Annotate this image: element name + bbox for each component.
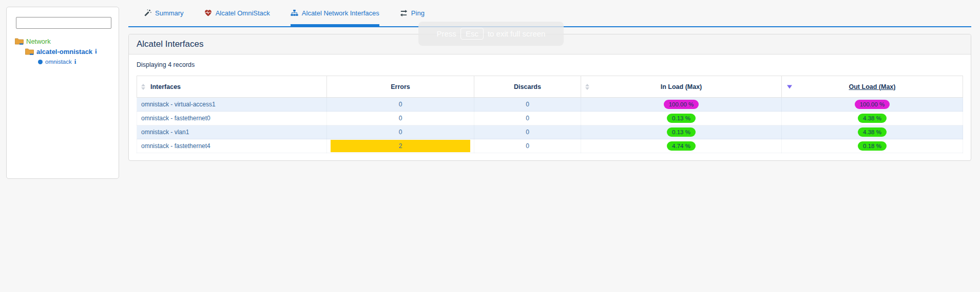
column-label: Interfaces <box>150 83 181 90</box>
discards-cell: 0 <box>474 139 581 153</box>
table-header-row: Interfaces Errors Discards In Load (Max) <box>137 76 963 98</box>
out-load-cell: 4.38 % <box>782 112 963 125</box>
column-header-out-load[interactable]: Out Load (Max) <box>782 76 963 98</box>
tree-item-omnistack[interactable]: omnistack i <box>7 57 119 67</box>
sitemap-icon <box>291 9 298 17</box>
errors-value: 0 <box>399 101 402 108</box>
tree-item-label[interactable]: omnistack <box>45 59 72 65</box>
folder-icon <box>25 48 34 55</box>
errors-cell: 2 <box>327 139 474 153</box>
table-row: omnistack - virtual-access1 0 0 100.00 %… <box>137 98 963 112</box>
alcatel-interfaces-card: Alcatel Interfaces Displaying 4 records … <box>128 34 971 161</box>
in-load-badge: 0.13 % <box>667 114 696 123</box>
column-label: Discards <box>514 83 541 90</box>
in-load-cell: 0.13 % <box>581 125 782 139</box>
out-load-badge: 4.38 % <box>858 114 887 123</box>
errors-cell: 0 <box>327 112 474 125</box>
in-load-cell: 100.00 % <box>581 98 782 112</box>
tab-label: Summary <box>155 9 184 17</box>
table-row: omnistack - vlan1 0 0 0.13 % 4.38 % <box>137 125 963 139</box>
discards-cell: 0 <box>474 112 581 125</box>
interfaces-table: Interfaces Errors Discards In Load (Max) <box>137 76 963 153</box>
folder-icon <box>15 38 24 45</box>
column-label: In Load (Max) <box>661 83 702 90</box>
in-load-cell: 0.13 % <box>581 112 782 125</box>
tab-label: Alcatel OmniStack <box>216 9 270 17</box>
sort-descending-icon[interactable] <box>787 85 792 88</box>
errors-value: 2 <box>331 140 470 152</box>
out-load-badge: 100.00 % <box>855 100 890 109</box>
in-load-badge: 0.13 % <box>667 127 696 137</box>
device-bullet-icon <box>38 60 43 64</box>
column-header-errors[interactable]: Errors <box>327 76 474 98</box>
tab-alcatel-network-interfaces[interactable]: Alcatel Network Interfaces <box>291 0 379 26</box>
record-count-text: Displaying 4 records <box>137 61 963 68</box>
tree-item-label[interactable]: Network <box>26 38 51 45</box>
column-header-in-load[interactable]: In Load (Max) <box>581 76 782 98</box>
tree-search-input[interactable] <box>16 17 111 29</box>
interface-cell: omnistack - fastethernet0 <box>137 112 327 125</box>
tree-item-label[interactable]: alcatel-omnistack <box>36 48 92 56</box>
main-content: Summary Alcatel OmniStack A <box>128 0 971 161</box>
info-icon[interactable]: i <box>95 47 97 56</box>
table-row: omnistack - fastethernet0 0 0 0.13 % 4.3… <box>137 112 963 125</box>
tab-label: Alcatel Network Interfaces <box>302 9 379 17</box>
tree-item-network[interactable]: Network <box>7 36 119 46</box>
device-tree-panel: Network alcatel-omnistack i omnistack i <box>6 7 119 179</box>
sort-icon[interactable] <box>585 84 589 90</box>
errors-cell: 0 <box>327 98 474 112</box>
in-load-badge: 100.00 % <box>664 100 699 109</box>
heartbeat-icon <box>204 9 212 17</box>
device-tab-bar: Summary Alcatel OmniStack A <box>128 0 971 27</box>
tree-item-alcatel-omnistack[interactable]: alcatel-omnistack i <box>7 46 119 57</box>
card-header: Alcatel Interfaces <box>129 34 971 54</box>
page: { "toast": { "press": "Press", "key": "E… <box>0 0 980 292</box>
exchange-icon <box>400 9 408 17</box>
out-load-badge: 4.38 % <box>858 127 887 137</box>
column-label[interactable]: Out Load (Max) <box>849 83 896 90</box>
in-load-badge: 4.74 % <box>667 141 696 151</box>
device-tree: Network alcatel-omnistack i omnistack i <box>7 36 119 67</box>
info-icon[interactable]: i <box>74 58 76 66</box>
discards-cell: 0 <box>474 125 581 139</box>
interface-cell: omnistack - vlan1 <box>137 125 327 139</box>
column-label: Errors <box>391 83 410 90</box>
in-load-cell: 4.74 % <box>581 139 782 153</box>
discards-cell: 0 <box>474 98 581 112</box>
column-header-interfaces[interactable]: Interfaces <box>137 76 327 98</box>
tab-ping[interactable]: Ping <box>400 0 425 26</box>
errors-value: 0 <box>399 115 402 122</box>
sort-icon[interactable] <box>141 84 145 90</box>
out-load-cell: 0.18 % <box>782 139 963 153</box>
out-load-badge: 0.18 % <box>858 141 887 151</box>
magic-wand-icon <box>144 9 151 17</box>
page-title: Alcatel Interfaces <box>137 39 203 49</box>
out-load-cell: 100.00 % <box>782 98 963 112</box>
column-header-discards[interactable]: Discards <box>474 76 581 98</box>
card-body: Displaying 4 records Interfaces Errors D… <box>129 54 971 160</box>
out-load-cell: 4.38 % <box>782 125 963 139</box>
errors-cell: 0 <box>327 125 474 139</box>
tab-alcatel-omnistack[interactable]: Alcatel OmniStack <box>204 0 270 26</box>
tab-summary[interactable]: Summary <box>144 0 184 26</box>
interfaces-table-body: omnistack - virtual-access1 0 0 100.00 %… <box>137 98 963 153</box>
interface-cell: omnistack - virtual-access1 <box>137 98 327 112</box>
tab-label: Ping <box>411 9 425 17</box>
table-row: omnistack - fastethernet4 2 0 4.74 % 0.1… <box>137 139 963 153</box>
interface-cell: omnistack - fastethernet4 <box>137 139 327 153</box>
errors-value: 0 <box>399 129 402 136</box>
